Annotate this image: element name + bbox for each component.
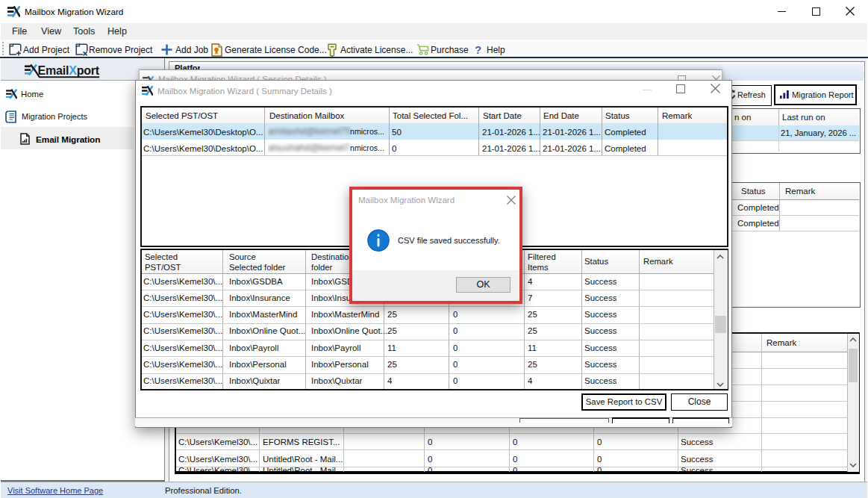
svg-text:EmailXport: EmailXport xyxy=(38,64,100,77)
